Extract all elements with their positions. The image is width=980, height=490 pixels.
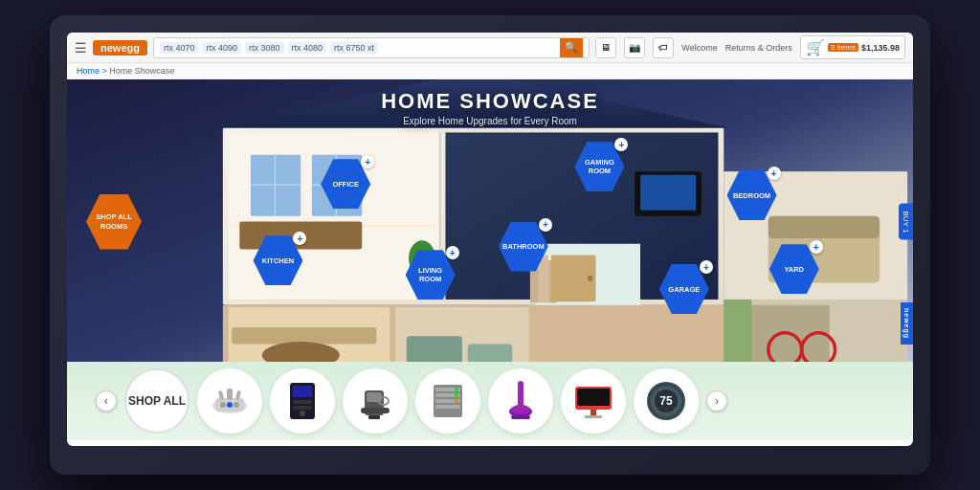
- svg-rect-73: [577, 389, 610, 406]
- showcase-title: HOME SHOWCASE Explore Home Upgrades for …: [381, 89, 599, 126]
- product-monitor[interactable]: [561, 368, 626, 434]
- svg-point-66: [455, 399, 458, 403]
- svg-text:75: 75: [659, 394, 673, 408]
- thermostat-icon: 75: [642, 377, 690, 425]
- living-room-plus[interactable]: +: [446, 246, 459, 259]
- rack-icon: [424, 377, 472, 425]
- product-router[interactable]: [197, 368, 262, 434]
- sidebar-tab[interactable]: BUY 1: [899, 203, 913, 240]
- garage-badge[interactable]: GARAGE +: [659, 264, 709, 314]
- kitchen-badge[interactable]: KITCHEN +: [253, 235, 302, 285]
- cart-badge: 3 Items: [828, 43, 858, 52]
- search-tag-4: rtx 4080: [288, 42, 327, 54]
- shop-all-hex[interactable]: SHOP ALLROOMS: [86, 194, 142, 250]
- laptop-screen: ☰ newegg rtx 4070 rtx 4090 rtx 3080 rtx …: [67, 33, 913, 446]
- product-pc-case[interactable]: [270, 368, 335, 434]
- svg-rect-75: [585, 415, 602, 418]
- svg-rect-50: [293, 386, 312, 397]
- hamburger-icon[interactable]: ☰: [75, 40, 87, 56]
- bathroom-plus[interactable]: +: [539, 218, 552, 232]
- product-coffee-maker[interactable]: [343, 368, 408, 434]
- office-label: OFFICE: [332, 180, 359, 189]
- search-button[interactable]: 🔍: [560, 37, 583, 58]
- svg-rect-11: [232, 327, 376, 344]
- gaming-room-label: GAMINGROOM: [585, 158, 614, 175]
- yard-label: YARD: [784, 265, 804, 274]
- carousel-prev-button[interactable]: ‹: [96, 390, 117, 412]
- search-tags: rtx 4070 rtx 4090 rtx 3080 rtx 4080 rtx …: [160, 42, 556, 54]
- gaming-room-badge[interactable]: GAMINGROOM +: [574, 142, 624, 191]
- main-content: HOME SHOWCASE Explore Home Upgrades for …: [67, 79, 913, 440]
- svg-point-53: [300, 411, 305, 416]
- garage-plus[interactable]: +: [700, 260, 713, 274]
- nav-icons: 🖥 📷 🏷 Welcome Returns & Orders 🛒 3 Items…: [595, 35, 905, 59]
- newegg-logo[interactable]: newegg: [93, 40, 147, 56]
- svg-rect-68: [518, 381, 523, 408]
- coffee-icon: [351, 377, 399, 425]
- returns-orders-text[interactable]: Returns & Orders: [725, 43, 792, 53]
- svg-point-65: [455, 393, 458, 397]
- product-vacuum[interactable]: [488, 368, 553, 434]
- search-bar[interactable]: rtx 4070 rtx 4090 rtx 3080 rtx 4080 rtx …: [153, 37, 590, 58]
- svg-point-70: [511, 405, 530, 414]
- bedroom-badge[interactable]: BEDROOM +: [727, 170, 777, 220]
- svg-rect-46: [227, 389, 233, 400]
- svg-rect-51: [293, 400, 312, 404]
- monitor-product-icon: [569, 377, 617, 425]
- bedroom-label: BEDROOM: [733, 191, 770, 200]
- svg-rect-8: [640, 175, 696, 211]
- monitor-nav-icon[interactable]: 🖥: [595, 37, 616, 58]
- vacuum-icon: [497, 377, 545, 425]
- logo-text: newegg: [100, 42, 140, 54]
- svg-rect-58: [368, 415, 380, 419]
- cart-price: $1,135.98: [861, 43, 900, 53]
- shop-all-rooms-badge[interactable]: SHOP ALLROOMS: [86, 194, 142, 250]
- product-rack[interactable]: [415, 368, 480, 434]
- product-carousel: ‹ SHOP ALL: [67, 362, 913, 440]
- svg-rect-15: [468, 344, 513, 364]
- svg-rect-74: [590, 410, 596, 415]
- cart-button[interactable]: 🛒 3 Items $1,135.98: [800, 35, 905, 59]
- newegg-side-label[interactable]: newegg: [901, 302, 913, 345]
- living-room-label: LIVINGROOM: [418, 266, 442, 283]
- yard-plus[interactable]: +: [810, 240, 823, 254]
- svg-point-64: [455, 388, 458, 391]
- svg-rect-56: [361, 408, 390, 413]
- svg-rect-14: [407, 336, 462, 364]
- svg-rect-19: [768, 216, 880, 238]
- breadcrumb: Home > Home Showcase: [67, 63, 913, 79]
- breadcrumb-current: Home Showcase: [109, 66, 174, 76]
- kitchen-label: KITCHEN: [262, 256, 294, 265]
- pc-case-icon: [278, 377, 326, 425]
- bathroom-badge[interactable]: BATHROOM +: [499, 222, 548, 272]
- search-tag-3: rtx 3080: [245, 42, 284, 54]
- breadcrumb-separator: >: [102, 66, 107, 76]
- tag-nav-icon[interactable]: 🏷: [653, 37, 674, 58]
- carousel-next-button[interactable]: ›: [706, 390, 727, 412]
- sidebar-tab-label: BUY 1: [902, 211, 910, 233]
- welcome-text[interactable]: Welcome: [681, 43, 717, 53]
- svg-point-45: [234, 402, 239, 408]
- breadcrumb-home[interactable]: Home: [77, 66, 100, 76]
- garage-label: GARAGE: [668, 285, 700, 294]
- yard-badge[interactable]: YARD +: [769, 244, 819, 294]
- svg-point-43: [220, 402, 226, 408]
- office-room-badge[interactable]: OFFICE +: [321, 159, 370, 209]
- browser-toolbar: ☰ newegg rtx 4070 rtx 4090 rtx 3080 rtx …: [67, 33, 913, 63]
- bathroom-label: BATHROOM: [502, 242, 545, 251]
- search-tag-2: rtx 4090: [202, 42, 241, 54]
- living-room-badge[interactable]: LIVINGROOM +: [406, 250, 456, 300]
- showcase-background: HOME SHOWCASE Explore Home Upgrades for …: [67, 79, 913, 364]
- showcase-heading: HOME SHOWCASE: [381, 89, 599, 114]
- svg-rect-52: [293, 406, 312, 410]
- camera-nav-icon[interactable]: 📷: [624, 37, 645, 58]
- search-tag-5: rtx 6750 xt: [330, 42, 378, 54]
- product-thermostat[interactable]: 75: [634, 368, 699, 434]
- shop-all-text: SHOP ALLROOMS: [96, 212, 132, 232]
- shop-all-carousel-button[interactable]: SHOP ALL: [124, 368, 189, 434]
- svg-point-44: [227, 402, 233, 408]
- svg-point-67: [455, 405, 458, 409]
- router-icon: [206, 377, 254, 425]
- search-tag-1: rtx 4070: [160, 42, 199, 54]
- bedroom-plus[interactable]: +: [768, 167, 781, 180]
